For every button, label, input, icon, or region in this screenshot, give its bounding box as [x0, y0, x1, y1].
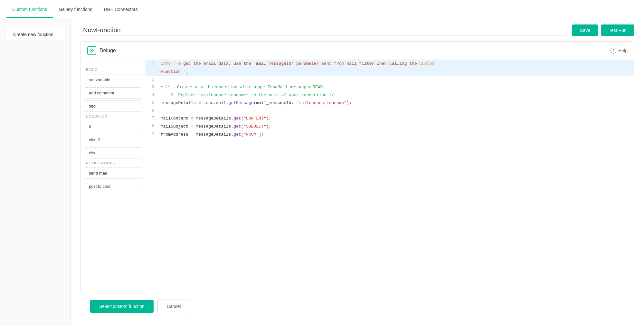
main-layout: Create new function Save Test Run	[0, 18, 644, 326]
condition-section-label: CONDITION	[85, 114, 141, 118]
editor-body: BASIC set variable add comment info COND…	[81, 60, 634, 293]
code-line-2: 2	[145, 76, 634, 83]
sidebar: Create new function	[0, 18, 71, 326]
line-num-7: 7	[145, 115, 158, 123]
block-send-mail[interactable]: send mail	[85, 168, 141, 179]
deluge-title: Deluge	[99, 48, 116, 53]
code-line-8: 8 mailSubject = messageDetails.get("SUBJ…	[145, 123, 634, 131]
block-info[interactable]: info	[85, 101, 141, 112]
blocks-panel: BASIC set variable add comment info COND…	[81, 60, 145, 293]
editor-header: Deluge ? Help	[81, 42, 634, 60]
code-line-3: 3 ▾/*1. Create a mail connection with sc…	[145, 83, 634, 91]
deluge-logo: Deluge	[87, 46, 116, 55]
line-num-5: 5	[145, 99, 158, 107]
block-else[interactable]: else	[85, 147, 141, 158]
select-custom-function-button[interactable]: Select custom function	[90, 300, 154, 313]
line-content-6	[158, 107, 634, 115]
basic-section-label: BASIC	[85, 68, 141, 72]
cancel-button[interactable]: Cancel	[157, 300, 190, 313]
code-table: 1 info "To get the email data, use the '…	[145, 60, 634, 139]
tab-dre-connectors[interactable]: DRE Connectors	[98, 2, 143, 18]
line-num-1: 1	[145, 60, 158, 68]
block-if[interactable]: if	[85, 121, 141, 132]
tab-custom-functions[interactable]: Custom functions	[6, 2, 53, 18]
help-circle-icon: ?	[611, 48, 616, 53]
content-area: Save Test Run Deluge ? Help	[71, 18, 644, 326]
svg-point-1	[91, 50, 92, 51]
code-line-5: 5 messageDetails = zoho.mail.getMessage(…	[145, 99, 634, 107]
editor-panel: Deluge ? Help BASIC set variable add com…	[80, 41, 634, 293]
code-line-6: 6	[145, 107, 634, 115]
code-line-4: 4 2. Replace "mailconnectionname" to the…	[145, 91, 634, 100]
tab-gallery-functions[interactable]: Gallery functions	[53, 2, 98, 18]
line-num-4: 4	[145, 91, 158, 100]
top-nav: Custom functions Gallery functions DRE C…	[0, 0, 644, 18]
function-header: Save Test Run	[80, 24, 634, 36]
line-num-3: 3	[145, 83, 158, 91]
help-link[interactable]: ? Help	[611, 48, 628, 53]
test-run-button[interactable]: Test Run	[601, 24, 634, 36]
block-post-to-chat[interactable]: post to chat	[85, 181, 141, 192]
help-label: Help	[618, 48, 628, 53]
line-content-9: fromAddress = messageDetails.get("FROM")…	[158, 131, 634, 139]
line-num-6: 6	[145, 107, 158, 115]
notifications-section-label: NOTIFICATIONS	[85, 161, 141, 165]
create-new-function-button[interactable]: Create new function	[5, 27, 65, 42]
deluge-icon	[87, 46, 96, 55]
line-content-4: 2. Replace "mailconnectionname" to the n…	[158, 91, 634, 100]
line-content-3: ▾/*1. Create a mail connection with scop…	[158, 83, 634, 91]
line-content-5: messageDetails = zoho.mail.getMessage(ma…	[158, 99, 634, 107]
header-buttons: Save Test Run	[572, 24, 634, 36]
line-content-8: mailSubject = messageDetails.get("SUBJEC…	[158, 123, 634, 131]
line-num-1b	[145, 68, 158, 76]
line-num-8: 8	[145, 123, 158, 131]
line-num-9: 9	[145, 131, 158, 139]
line-num-2: 2	[145, 76, 158, 83]
save-button[interactable]: Save	[572, 24, 598, 36]
line-content-2	[158, 76, 634, 83]
line-content-7: mailContent = messageDetails.get("CONTEN…	[158, 115, 634, 123]
block-set-variable[interactable]: set variable	[85, 74, 141, 85]
code-line-7: 7 mailContent = messageDetails.get("CONT…	[145, 115, 634, 123]
block-else-if[interactable]: else if	[85, 134, 141, 145]
line-content-1: info "To get the email data, use the 'ma…	[158, 60, 634, 68]
code-line-1b: Function.";	[145, 68, 634, 76]
function-name-input[interactable]	[80, 25, 566, 35]
block-add-comment[interactable]: add comment	[85, 87, 141, 99]
code-line-9: 9 fromAddress = messageDetails.get("FROM…	[145, 131, 634, 139]
code-editor[interactable]: 1 info "To get the email data, use the '…	[145, 60, 634, 293]
code-line-1: 1 info "To get the email data, use the '…	[145, 60, 634, 68]
bottom-bar: Select custom function Cancel	[80, 293, 634, 320]
line-content-1b: Function.";	[158, 68, 634, 76]
